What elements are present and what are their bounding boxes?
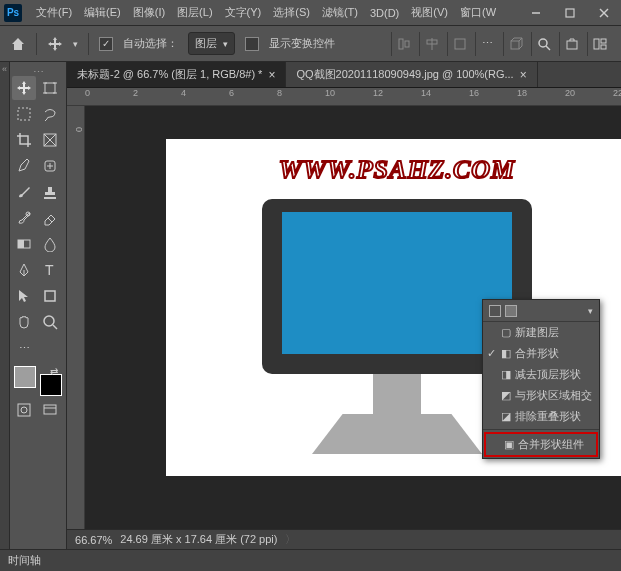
intersect-icon: ◩ (501, 389, 511, 402)
menu-type[interactable]: 文字(Y) (219, 1, 268, 24)
brush-tool[interactable] (12, 180, 36, 204)
zoom-tool[interactable] (38, 310, 62, 334)
eraser-tool[interactable] (38, 206, 62, 230)
ruler-horizontal[interactable]: 024681012141618202224 (67, 88, 621, 106)
healing-tool[interactable] (38, 154, 62, 178)
alignment-icons: ⋯ (391, 32, 611, 56)
tab-inactive[interactable]: QQ截图20201118090949.jpg @ 100%(RG... × (286, 62, 537, 87)
menu-item-new-layer[interactable]: ▢新建图层 (483, 322, 599, 343)
edit-toolbar[interactable]: ⋯ (12, 336, 36, 360)
background-color[interactable] (40, 374, 62, 396)
chevron-right-icon[interactable]: 〉 (285, 532, 296, 547)
canvas-viewport[interactable]: WWW.PSAHZ.COM ▾ (85, 106, 621, 529)
union-icon: ◧ (501, 347, 511, 360)
menu-layer[interactable]: 图层(L) (171, 1, 218, 24)
menu-image[interactable]: 图像(I) (127, 1, 171, 24)
close-icon[interactable]: × (520, 68, 527, 82)
maximize-button[interactable] (557, 3, 583, 23)
monitor-neck (373, 374, 421, 414)
marquee-tool[interactable] (12, 102, 36, 126)
ruler-vertical[interactable]: 0 (67, 106, 85, 529)
workspace-icon[interactable] (587, 32, 611, 56)
path-mode-icon[interactable] (505, 305, 517, 317)
menu-view[interactable]: 视图(V) (405, 1, 454, 24)
menu-file[interactable]: 文件(F) (30, 1, 78, 24)
menu-edit[interactable]: 编辑(E) (78, 1, 127, 24)
svg-rect-8 (455, 39, 465, 49)
stamp-tool[interactable] (38, 180, 62, 204)
menu-item-label: 合并形状 (515, 346, 559, 361)
document-dims: 24.69 厘米 x 17.64 厘米 (72 ppi) (120, 532, 277, 547)
swap-colors-icon[interactable]: ⇄ (50, 366, 58, 377)
align-icon[interactable] (419, 32, 443, 56)
blur-tool[interactable] (38, 232, 62, 256)
panel-grip[interactable]: ⋯ (12, 66, 64, 74)
options-bar: ▾ 自动选择： 图层 ▾ 显示变换控件 ⋯ (0, 26, 621, 62)
menu-item-merge-components[interactable]: ▣合并形状组件 (484, 432, 598, 457)
tab-active[interactable]: 未标题-2 @ 66.7% (图层 1, RGB/8#) * × (67, 62, 286, 87)
gradient-tool[interactable] (12, 232, 36, 256)
status-bar: 66.67% 24.69 厘米 x 17.64 厘米 (72 ppi) 〉 (67, 529, 621, 549)
chevron-down-icon[interactable]: ▾ (73, 39, 78, 49)
bottom-panel: 时间轴 (0, 549, 621, 571)
canvas[interactable]: WWW.PSAHZ.COM ▾ (166, 139, 621, 476)
menu-item-subtract[interactable]: ◨减去顶层形状 (483, 364, 599, 385)
menu-filter[interactable]: 滤镜(T) (316, 1, 364, 24)
history-brush-tool[interactable] (12, 206, 36, 230)
svg-point-39 (44, 316, 54, 326)
align-icon[interactable] (391, 32, 415, 56)
shape-tool[interactable] (38, 284, 62, 308)
artboard-tool[interactable] (38, 76, 62, 100)
align-icon[interactable] (447, 32, 471, 56)
svg-rect-21 (45, 83, 55, 93)
svg-rect-17 (567, 41, 577, 49)
close-button[interactable] (591, 3, 617, 23)
close-icon[interactable]: × (268, 68, 275, 82)
auto-select-checkbox[interactable] (99, 37, 113, 51)
auto-select-label: 自动选择： (123, 36, 178, 51)
timeline-tab[interactable]: 时间轴 (8, 553, 41, 568)
eyedropper-tool[interactable] (12, 154, 36, 178)
chevron-down-icon[interactable]: ▾ (588, 306, 593, 316)
3d-mode-icon[interactable] (503, 32, 527, 56)
more-icon[interactable]: ⋯ (475, 32, 499, 56)
show-transform-checkbox[interactable] (245, 37, 259, 51)
svg-text:T: T (45, 262, 54, 278)
menu-window[interactable]: 窗口(W (454, 1, 502, 24)
move-tool[interactable] (12, 76, 36, 100)
lasso-tool[interactable] (38, 102, 62, 126)
foreground-color[interactable] (14, 366, 36, 388)
menu-item-combine[interactable]: ✓◧合并形状 (483, 343, 599, 364)
divider (36, 33, 37, 55)
collapsed-panel[interactable]: « (0, 62, 10, 549)
canvas-wrap: 0 WWW.PSAHZ.COM (67, 106, 621, 529)
menu-select[interactable]: 选择(S) (267, 1, 316, 24)
document-area: 未标题-2 @ 66.7% (图层 1, RGB/8#) * × QQ截图202… (67, 62, 621, 549)
svg-rect-5 (405, 41, 409, 47)
svg-point-15 (539, 39, 547, 47)
pen-tool[interactable] (12, 258, 36, 282)
quick-mask-tool[interactable] (12, 398, 36, 422)
menu-item-exclude[interactable]: ◪排除重叠形状 (483, 406, 599, 427)
menu-item-intersect[interactable]: ◩与形状区域相交 (483, 385, 599, 406)
search-icon[interactable] (531, 32, 555, 56)
hand-tool[interactable] (12, 310, 36, 334)
crop-tool[interactable] (12, 128, 36, 152)
svg-rect-38 (45, 291, 55, 301)
type-tool[interactable]: T (38, 258, 62, 282)
path-select-tool[interactable] (12, 284, 36, 308)
monitor-base (312, 414, 482, 454)
path-mode-icon[interactable] (489, 305, 501, 317)
home-icon[interactable] (10, 36, 26, 52)
auto-select-target[interactable]: 图层 ▾ (188, 32, 235, 55)
menu-3d[interactable]: 3D(D) (364, 3, 405, 23)
svg-point-42 (21, 407, 27, 413)
screen-mode-tool[interactable] (38, 398, 62, 422)
color-swatch[interactable]: ⇄ (12, 366, 64, 396)
select-target-value: 图层 (195, 36, 217, 51)
check-icon: ✓ (487, 347, 496, 360)
frame-tool[interactable] (38, 128, 62, 152)
share-icon[interactable] (559, 32, 583, 56)
minimize-button[interactable] (523, 3, 549, 23)
zoom-level[interactable]: 66.67% (75, 534, 112, 546)
